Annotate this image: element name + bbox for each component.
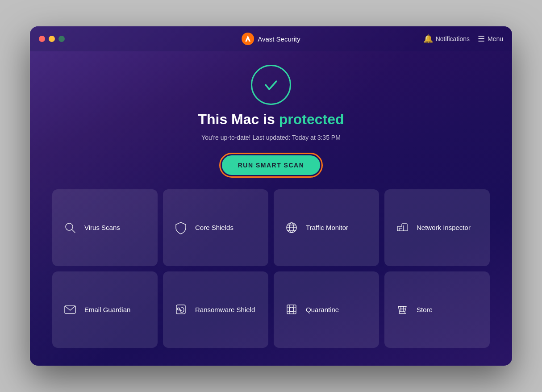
ransomware-shield-icon xyxy=(173,303,189,316)
virus-scans-icon xyxy=(62,221,78,234)
feature-name-ransomware-shield: Ransomware Shield xyxy=(195,306,255,313)
feature-card-core-shields[interactable]: Core Shields xyxy=(163,189,268,266)
app-window: Avast Security 🔔 Notifications ☰ Menu xyxy=(30,26,512,366)
svg-point-11 xyxy=(178,308,180,310)
feature-card-virus-scans[interactable]: Virus Scans xyxy=(52,189,158,266)
email-guardian-icon xyxy=(62,303,78,316)
feature-name-quarantine: Quarantine xyxy=(306,306,339,313)
feature-card-quarantine[interactable]: Quarantine xyxy=(274,271,379,348)
avast-logo-icon xyxy=(242,33,254,45)
svg-point-15 xyxy=(289,307,294,312)
minimize-button[interactable] xyxy=(49,36,55,42)
titlebar: Avast Security 🔔 Notifications ☰ Menu xyxy=(30,26,512,51)
titlebar-actions: 🔔 Notifications ☰ Menu xyxy=(423,34,503,44)
bell-icon: 🔔 xyxy=(423,34,433,44)
core-shields-icon xyxy=(173,221,189,234)
feature-name-network-inspector: Network Inspector xyxy=(417,224,471,231)
run-smart-scan-button[interactable]: RUN SMART SCAN xyxy=(222,155,321,175)
quarantine-icon xyxy=(284,303,300,316)
menu-label: Menu xyxy=(488,35,503,42)
titlebar-center: Avast Security xyxy=(242,33,300,45)
svg-rect-14 xyxy=(287,305,296,314)
status-subtitle: You're up-to-date! Last updated: Today a… xyxy=(201,134,341,141)
feature-card-ransomware-shield[interactable]: Ransomware Shield xyxy=(163,271,268,348)
svg-line-2 xyxy=(72,229,75,233)
checkmark-icon xyxy=(262,76,280,94)
status-title: This Mac is protected xyxy=(198,111,344,128)
notifications-label: Notifications xyxy=(436,35,470,42)
maximize-button[interactable] xyxy=(58,36,65,42)
feature-card-email-guardian[interactable]: Email Guardian xyxy=(52,271,158,348)
feature-card-network-inspector[interactable]: Network Inspector xyxy=(384,189,490,266)
status-title-highlight: protected xyxy=(279,111,344,127)
status-circle xyxy=(251,65,291,105)
network-inspector-icon xyxy=(394,221,410,234)
feature-name-traffic-monitor: Traffic Monitor xyxy=(306,224,348,231)
feature-name-virus-scans: Virus Scans xyxy=(84,224,120,231)
feature-name-core-shields: Core Shields xyxy=(195,224,233,231)
traffic-lights xyxy=(39,36,65,42)
hamburger-icon: ☰ xyxy=(478,34,485,44)
feature-card-store[interactable]: Store xyxy=(384,271,490,348)
feature-card-traffic-monitor[interactable]: Traffic Monitor xyxy=(274,189,379,266)
close-button[interactable] xyxy=(39,36,45,42)
status-title-prefix: This Mac is xyxy=(198,111,279,127)
store-icon xyxy=(394,303,410,316)
status-section: This Mac is protected You're up-to-date!… xyxy=(198,65,344,141)
main-content: This Mac is protected You're up-to-date!… xyxy=(30,51,512,366)
scan-button-wrapper: RUN SMART SCAN xyxy=(222,155,321,175)
feature-name-store: Store xyxy=(417,306,433,313)
menu-button[interactable]: ☰ Menu xyxy=(478,34,503,44)
app-title: Avast Security xyxy=(258,35,300,43)
feature-grid: Virus Scans Core Shields Traffic Monitor xyxy=(52,189,490,348)
traffic-monitor-icon xyxy=(284,221,300,234)
feature-name-email-guardian: Email Guardian xyxy=(84,306,130,313)
notifications-button[interactable]: 🔔 Notifications xyxy=(423,34,470,44)
